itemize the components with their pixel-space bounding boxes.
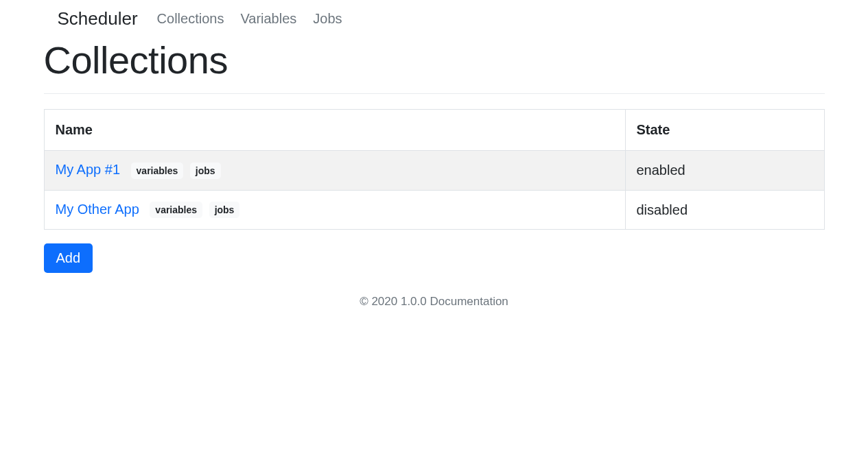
- nav-links: Collections Variables Jobs: [157, 11, 342, 27]
- nav-jobs[interactable]: Jobs: [313, 11, 342, 27]
- collection-link[interactable]: My App #1: [56, 162, 121, 177]
- th-state: State: [625, 110, 824, 151]
- variables-badge[interactable]: variables: [131, 163, 184, 179]
- brand-link[interactable]: Scheduler: [58, 8, 138, 29]
- state-cell: enabled: [625, 151, 824, 191]
- add-button[interactable]: Add: [44, 243, 93, 273]
- divider: [44, 93, 825, 94]
- th-name: Name: [44, 110, 625, 151]
- table-row: My App #1 variables jobs enabled: [44, 151, 824, 191]
- jobs-badge[interactable]: jobs: [209, 202, 240, 218]
- collections-table: Name State My App #1 variables jobs enab…: [44, 109, 825, 230]
- footer-doc-link[interactable]: Documentation: [430, 295, 508, 308]
- footer: © 2020 1.0.0 Documentation: [44, 295, 825, 309]
- table-row: My Other App variables jobs disabled: [44, 190, 824, 230]
- navbar: Scheduler Collections Variables Jobs: [44, 0, 825, 35]
- collection-link[interactable]: My Other App: [56, 202, 139, 217]
- page-title: Collections: [44, 38, 825, 82]
- nav-collections[interactable]: Collections: [157, 11, 224, 27]
- footer-copyright: © 2020 1.0.0: [360, 295, 430, 308]
- state-cell: disabled: [625, 190, 824, 230]
- nav-variables[interactable]: Variables: [240, 11, 296, 27]
- jobs-badge[interactable]: jobs: [190, 163, 221, 179]
- variables-badge[interactable]: variables: [150, 202, 202, 218]
